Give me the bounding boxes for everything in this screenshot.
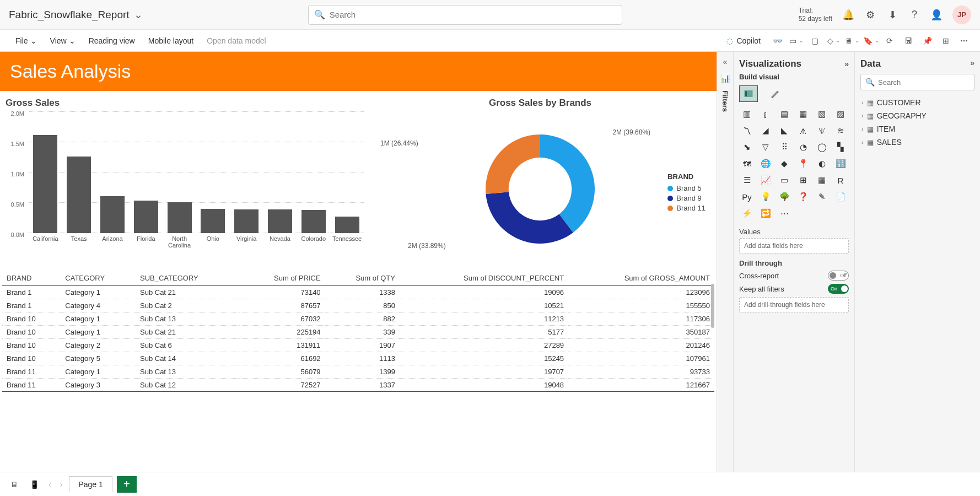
bar[interactable] [268,209,292,233]
pin-icon[interactable]: 📌 [920,34,934,47]
azure-map-icon[interactable]: 📍 [795,157,811,170]
bar[interactable] [33,135,57,233]
download-icon[interactable]: ⬇ [886,9,898,21]
donut-slice[interactable] [540,134,595,233]
cross-report-toggle[interactable]: Off [828,271,849,281]
report-canvas[interactable]: Sales Analysis Gross Sales 0.0M0.5M1.0M1… [0,52,717,472]
menu-view[interactable]: View⌄ [44,30,82,51]
bookmarks-icon[interactable]: 🔖⌄ [864,34,877,47]
table-column-header[interactable]: Sum of GROSS_AMOUNT [568,271,714,286]
powerapps-icon[interactable]: ⚡ [739,207,755,220]
menu-open-data-model[interactable]: Open data model [200,30,272,51]
filled-map-icon[interactable]: 🌐 [758,157,773,170]
donut-chart-visual[interactable]: Gross Sales by Brands 2M (39.68%) 1M (26… [369,98,711,266]
line-chart-icon[interactable]: 〽 [739,124,755,137]
stacked-area-chart-icon[interactable]: ◣ [777,124,792,137]
user-avatar[interactable]: JP [952,6,971,24]
drillthrough-field-well[interactable]: Add drill-through fields here [739,297,849,312]
filters-pane-label[interactable]: Filters [721,90,729,112]
line-stacked-column-icon[interactable]: ⩚ [795,124,811,137]
table-column-header[interactable]: SUB_CATEGORY [136,271,239,286]
kpi-icon[interactable]: 📈 [758,174,773,187]
paginated-report-icon[interactable]: 📄 [833,190,848,203]
values-field-well[interactable]: Add data fields here [739,238,849,254]
data-table-item[interactable]: ›▦ITEM [860,122,974,136]
donut-slice[interactable] [486,192,573,244]
decomposition-tree-icon[interactable]: 🌳 [777,190,792,203]
stacked-bar-chart-icon[interactable]: ▥ [739,107,755,121]
bar[interactable] [301,210,326,233]
matrix-icon[interactable]: ▦ [814,174,830,187]
data-table-item[interactable]: ›▦GEOGRAPHY [860,109,974,122]
explore-icon[interactable]: 👓 [771,34,784,47]
clustered-column-chart-icon[interactable]: ▦ [795,107,811,121]
pie-chart-icon[interactable]: ◔ [795,141,811,154]
table-column-header[interactable]: Sum of DISCOUNT_PERCENT [400,271,568,286]
table-row[interactable]: Brand 10Category 5Sub Cat 14616921113152… [2,352,714,365]
table-row[interactable]: Brand 10Category 1Sub Cat 13670328821121… [2,312,714,326]
account-manager-icon[interactable]: 👤 [930,9,943,21]
settings-gear-icon[interactable]: ⚙ [864,9,876,21]
copilot-button[interactable]: ◌ Copilot [722,36,765,45]
line-clustered-column-icon[interactable]: ⩛ [814,124,830,137]
menu-file[interactable]: File⌄ [9,30,44,51]
teams-share-icon[interactable]: ⊞ [939,34,952,47]
table-row[interactable]: Brand 11Category 1Sub Cat 13560791399197… [2,365,714,379]
treemap-icon[interactable]: ▚ [833,141,848,154]
py-visual-icon[interactable]: Py [739,190,755,203]
card-icon[interactable]: 🔢 [833,157,848,170]
collapse-data-icon[interactable]: » [970,58,974,69]
table-column-header[interactable]: CATEGORY [61,271,136,286]
table-column-header[interactable]: Sum of QTY [325,271,400,286]
menu-mobile-layout[interactable]: Mobile layout [142,30,201,51]
bar[interactable] [168,202,192,233]
qa-icon[interactable]: ❓ [795,190,811,203]
notifications-icon[interactable]: 🔔 [842,9,854,21]
global-search[interactable]: 🔍 [308,5,622,25]
more-options-icon[interactable]: ⋯ [958,34,971,47]
funnel-chart-icon[interactable]: ▽ [758,141,773,154]
clustered-bar-chart-icon[interactable]: ⫿ [758,107,773,121]
table-row[interactable]: Brand 1Category 1Sub Cat 217314013381909… [2,286,714,299]
add-page-button[interactable]: + [117,476,137,493]
table-visual[interactable]: BRANDCATEGORYSUB_CATEGORYSum of PRICESum… [0,271,717,395]
data-table-item[interactable]: ›▦CUSTOMER [860,96,974,109]
area-chart-icon[interactable]: ◢ [758,124,773,137]
save-icon[interactable]: 🖫 [902,34,915,47]
page-tab[interactable]: Page 1 [69,476,112,492]
buttons-icon[interactable]: ▢ [808,34,821,47]
bar[interactable] [100,196,125,233]
stacked-column-chart-icon[interactable]: ▤ [777,107,792,121]
multi-row-card-icon[interactable]: ☰ [739,174,755,187]
smart-narrative-icon[interactable]: ✎ [814,190,830,203]
help-icon[interactable]: ? [908,9,920,21]
report-name-dropdown[interactable]: Fabric_Snowflake_Report ⌄ [9,8,143,21]
donut-slice[interactable] [486,134,540,194]
visual-interactions-icon[interactable]: 🖥⌄ [846,34,859,47]
table-row[interactable]: Brand 10Category 2Sub Cat 61319111907272… [2,339,714,352]
shapes-icon[interactable]: ◇⌄ [827,34,840,47]
data-search[interactable]: 🔍 [860,74,974,90]
table-row[interactable]: Brand 11Category 3Sub Cat 12725271337190… [2,379,714,392]
more-visuals-icon[interactable]: ⋯ [777,207,792,220]
key-influencers-icon[interactable]: 💡 [758,190,773,203]
menu-reading-view[interactable]: Reading view [82,30,142,51]
bar[interactable] [67,157,91,233]
data-table-item[interactable]: ›▦SALES [860,136,974,149]
table-row[interactable]: Brand 1Category 4Sub Cat 287657850105211… [2,299,714,312]
hundred-stacked-column-icon[interactable]: ▨ [833,107,848,121]
keep-filters-toggle[interactable]: On [828,284,849,294]
scatter-chart-icon[interactable]: ⠿ [777,141,792,154]
mobile-layout-icon[interactable]: 📱 [26,477,42,492]
build-visual-button[interactable] [739,85,758,102]
collapse-filters-icon[interactable]: « [723,57,728,66]
legend-item[interactable]: Brand 11 [667,204,706,212]
prev-page-arrow[interactable]: ‹ [46,480,53,489]
bar[interactable] [201,209,225,233]
waterfall-chart-icon[interactable]: ⬊ [739,141,755,154]
table-column-header[interactable]: BRAND [2,271,61,286]
format-visual-button[interactable] [766,85,784,102]
hundred-stacked-bar-icon[interactable]: ▧ [814,107,830,121]
table-row[interactable]: Brand 10Category 1Sub Cat 21225194339517… [2,326,714,339]
table-scrollbar[interactable] [711,284,714,328]
